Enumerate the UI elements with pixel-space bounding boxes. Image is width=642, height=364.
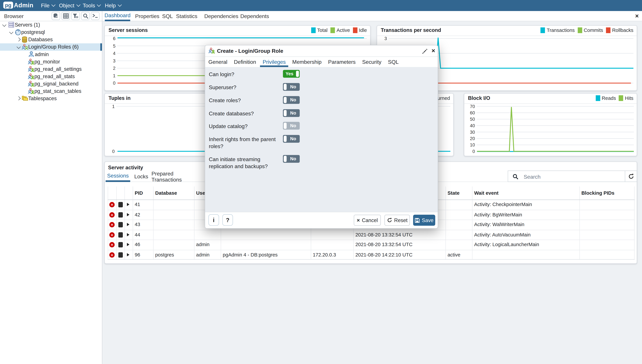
query-tool-button[interactable]: [61, 12, 70, 20]
cancel-button[interactable]: × Cancel: [354, 215, 381, 226]
quick-connect-button[interactable]: [52, 12, 60, 20]
streaming-replication-toggle[interactable]: No: [283, 155, 300, 163]
cancel-query-icon[interactable]: ×: [109, 252, 115, 258]
y-tick: 4: [113, 51, 116, 56]
terminate-icon[interactable]: [118, 242, 123, 248]
expand-row-icon[interactable]: [127, 253, 129, 256]
grid-icon: [63, 13, 69, 19]
chevron-right-icon[interactable]: [17, 38, 21, 42]
panel-title: Transactions per second: [381, 28, 441, 33]
menu-object[interactable]: Object: [59, 0, 80, 11]
expand-row-icon[interactable]: [127, 243, 129, 246]
help-button[interactable]: ?: [222, 214, 233, 226]
col-header-wait-event[interactable]: Wait event: [472, 186, 579, 200]
tab-dashboard[interactable]: Dashboard: [105, 11, 130, 21]
panel-title: Tuples in: [109, 95, 131, 101]
cancel-query-icon[interactable]: ×: [109, 222, 115, 228]
expand-row-icon[interactable]: [127, 223, 129, 226]
create-roles-toggle[interactable]: No: [283, 96, 300, 104]
chevron-down-icon[interactable]: [9, 30, 13, 34]
reset-button[interactable]: Reset: [384, 215, 410, 226]
cell-database: [153, 220, 194, 230]
filtered-rows-button[interactable]: [71, 12, 80, 20]
toggle-knob: [284, 110, 287, 116]
dialog-tab-definition[interactable]: Definition: [234, 56, 256, 67]
can-login-toggle[interactable]: Yes: [283, 70, 300, 78]
legend-label: Commits: [584, 28, 603, 33]
dialog-tab-label: Definition: [234, 58, 256, 65]
chevron-down-icon[interactable]: [17, 45, 21, 49]
cancel-button-label: Cancel: [362, 218, 378, 223]
chevron-right-icon[interactable]: [17, 96, 21, 100]
tree-item-tablespaces[interactable]: Tablespaces: [0, 95, 102, 102]
tab-statistics[interactable]: Statistics: [174, 11, 199, 21]
dialog-tab-general[interactable]: General: [208, 56, 227, 67]
dialog-tab-membership[interactable]: Membership: [292, 56, 322, 67]
save-button[interactable]: Save: [413, 215, 435, 226]
inherit-rights-toggle[interactable]: No: [283, 135, 300, 143]
legend-item: Reads: [595, 95, 616, 101]
tab-locks[interactable]: Locks: [132, 171, 151, 182]
toggle-knob: [284, 123, 287, 129]
tab-prepared-transactions[interactable]: Prepared Transactions: [151, 171, 204, 182]
terminate-icon[interactable]: [118, 222, 123, 228]
dialog-tab-privileges[interactable]: Privileges: [263, 56, 286, 67]
dialog-tab-security[interactable]: Security: [362, 56, 381, 67]
psql-tool-button[interactable]: [91, 12, 99, 20]
tab-sql[interactable]: SQL: [160, 11, 174, 21]
dialog-header[interactable]: Create - Login/Group Role ×: [205, 46, 438, 57]
y-tick: 3: [113, 58, 116, 64]
menu-tools[interactable]: Tools: [83, 0, 100, 11]
search-objects-button[interactable]: [81, 12, 90, 20]
cancel-query-icon[interactable]: ×: [109, 212, 115, 218]
terminate-icon[interactable]: [118, 202, 123, 208]
tree-item-pg-monitor[interactable]: pg_monitor: [0, 58, 102, 66]
field-label-create-databases: Create databases?: [209, 110, 281, 117]
terminate-icon[interactable]: [118, 232, 123, 238]
tree-item-pg-read-all-settings[interactable]: pg_read_all_settings: [0, 66, 102, 73]
maximize-dialog-icon[interactable]: [422, 48, 427, 56]
search-input[interactable]: [523, 172, 618, 182]
cancel-query-icon[interactable]: ×: [109, 242, 115, 248]
expand-row-icon[interactable]: [127, 203, 129, 206]
terminate-icon[interactable]: [118, 252, 123, 258]
tree-item-postgresql[interactable]: postgresql: [0, 28, 102, 36]
cancel-query-icon[interactable]: ×: [109, 202, 115, 208]
close-panel-icon[interactable]: ×: [635, 12, 639, 20]
y-tick: 1: [112, 104, 115, 109]
cell-client: [311, 230, 353, 240]
search-icon: [513, 174, 518, 180]
tree-item-servers[interactable]: Servers (1): [0, 21, 102, 28]
terminal-icon: [92, 14, 98, 18]
tab-dependencies[interactable]: Dependencies: [203, 11, 240, 21]
col-header-state[interactable]: State: [445, 186, 472, 200]
terminate-icon[interactable]: [118, 212, 123, 218]
tab-sessions[interactable]: Sessions: [106, 171, 130, 182]
cancel-query-icon[interactable]: ×: [109, 232, 115, 238]
dialog-tab-sql[interactable]: SQL: [388, 56, 398, 67]
close-dialog-icon[interactable]: ×: [432, 47, 435, 54]
tree-item-pg-signal-backend[interactable]: pg_signal_backend: [0, 80, 102, 88]
tree-item-pg-read-all-stats[interactable]: pg_read_all_stats: [0, 73, 102, 80]
menu-help[interactable]: Help: [105, 0, 121, 11]
tablespaces-folder-icon: [22, 95, 28, 103]
tab-properties[interactable]: Properties: [133, 11, 161, 21]
expand-row-icon[interactable]: [127, 213, 129, 216]
expand-row-icon[interactable]: [127, 233, 129, 236]
chevron-down-icon[interactable]: [2, 23, 6, 27]
menu-file[interactable]: File: [41, 0, 55, 11]
superuser-toggle[interactable]: No: [283, 83, 300, 91]
dialog-tab-parameters[interactable]: Parameters: [328, 56, 356, 67]
tab-dependents[interactable]: Dependents: [239, 11, 271, 21]
sql-help-button[interactable]: i: [208, 214, 219, 226]
tree-item-admin[interactable]: admin: [0, 51, 102, 58]
tree-item-login-group-roles[interactable]: Login/Group Roles (6): [0, 44, 102, 51]
refresh-icon[interactable]: [628, 173, 634, 180]
col-header-database[interactable]: Database: [153, 186, 194, 200]
tree-item-pg-stat-scan-tables[interactable]: pg_stat_scan_tables: [0, 88, 102, 95]
create-databases-toggle[interactable]: No: [283, 109, 300, 117]
col-header-blocking-pids[interactable]: Blocking PIDs: [579, 186, 634, 200]
tree-item-label: Databases: [28, 37, 53, 42]
tree-item-databases[interactable]: Databases: [0, 36, 102, 44]
col-header-pid[interactable]: PID: [133, 186, 153, 200]
